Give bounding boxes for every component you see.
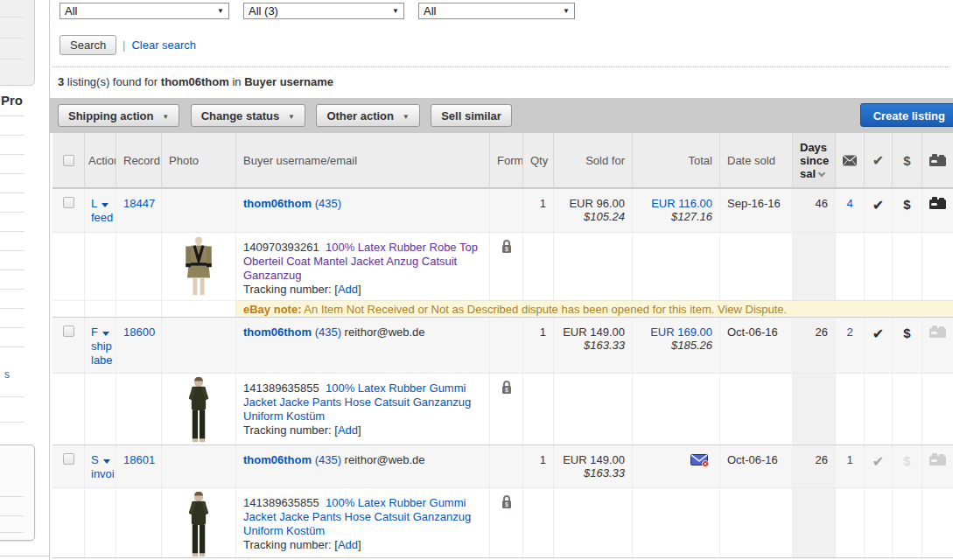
item-photo <box>162 233 236 300</box>
filter-dropdown-2[interactable]: All (3) ▼ <box>243 3 404 19</box>
action-dropdown[interactable]: L feed <box>85 189 116 232</box>
header-record: Record <box>116 133 162 188</box>
paid-status[interactable]: $ <box>893 189 922 232</box>
empty-cell <box>116 374 162 444</box>
buyer-username-link[interactable]: thom06thom <box>243 326 312 339</box>
sort-chevron-icon <box>818 169 825 176</box>
shipped-status[interactable] <box>922 189 953 232</box>
empty-cell <box>922 374 953 444</box>
record-number-link[interactable]: 18600 <box>116 318 162 373</box>
action-text: labe <box>91 354 116 368</box>
sell-similar-button[interactable]: Sell similar <box>431 104 512 127</box>
buyer-feedback-count[interactable]: (435) <box>315 326 341 339</box>
search-button[interactable]: Search <box>60 35 116 55</box>
lock-icon: $ <box>501 240 513 254</box>
ebay-note-text: An Item Not Received or Not as Described… <box>301 303 717 316</box>
results-found-text: listing(s) found for <box>67 75 158 88</box>
buyer-username-link[interactable]: thom06thom <box>243 453 312 466</box>
action-text: S <box>91 453 99 466</box>
sidebar-divider <box>0 116 24 116</box>
header-days-since-sale[interactable]: Days since sal <box>793 133 836 188</box>
action-dropdown[interactable]: F ship labe <box>85 318 116 373</box>
item-photo-robe <box>178 236 220 299</box>
paid-status[interactable]: $ <box>893 318 922 373</box>
row-checkbox[interactable] <box>63 197 74 208</box>
days-since-sale-cell: 26 <box>793 445 836 487</box>
row-checkbox[interactable] <box>63 326 74 337</box>
empty-cell <box>554 488 633 557</box>
emails-sent-link[interactable]: 2 <box>846 326 852 339</box>
empty-cell <box>554 374 633 444</box>
clear-search-link[interactable]: Clear search <box>131 38 196 52</box>
select-all-checkbox[interactable] <box>63 155 74 166</box>
empty-cell <box>720 488 793 557</box>
qty-cell: 1 <box>523 189 554 232</box>
paid-status[interactable]: $ <box>893 445 922 487</box>
total-eur-link[interactable]: EUR 169.00 <box>650 326 712 339</box>
sold-for-cell: EUR 96.00 $105.24 <box>554 189 633 232</box>
filter-dropdown-1[interactable]: All ▼ <box>60 3 229 19</box>
dollar-icon: $ <box>903 453 910 468</box>
tracking-add-link[interactable]: Add <box>338 424 358 437</box>
feedback-left-status[interactable]: ✔ <box>865 318 893 373</box>
total-cell: EUR 169.00 $185.26 <box>633 318 720 373</box>
row-checkbox[interactable] <box>63 453 74 465</box>
change-status-button[interactable]: Change status ▼ <box>191 104 305 127</box>
create-listing-button[interactable]: Create listing <box>860 103 953 127</box>
empty-cell <box>523 374 554 444</box>
chevron-down-icon: ▼ <box>563 7 570 15</box>
sidebar-divider <box>0 135 24 136</box>
listing-row-summary: S invoi 18601 thom06thom (435) reithor@w… <box>53 444 953 487</box>
header-sold-for: Sold for <box>554 133 633 188</box>
shipped-status[interactable] <box>922 318 953 373</box>
empty-cell <box>116 488 162 557</box>
lock-icon: $ <box>501 495 513 509</box>
feedback-left-status[interactable]: ✔ <box>865 189 893 232</box>
sidebar-divider <box>0 270 24 270</box>
total-eur-link[interactable]: EUR 116.00 <box>651 197 712 210</box>
buyer-cell: thom06thom (435) reithor@web.de <box>236 445 490 487</box>
tracking-label: Tracking number: [ <box>243 538 338 551</box>
date-sold-cell: Oct-06-16 <box>720 318 793 373</box>
emails-sent-link[interactable]: 1 <box>846 453 852 466</box>
days-since-sale-cell: 26 <box>793 318 836 373</box>
record-number-link[interactable]: 18447 <box>116 189 162 232</box>
emails-sent-link[interactable]: 4 <box>846 197 852 210</box>
record-number-link[interactable]: 18601 <box>116 445 162 487</box>
empty-cell <box>85 233 116 300</box>
other-action-label: Other action <box>326 109 394 122</box>
svg-text:$: $ <box>505 387 508 394</box>
header-paid[interactable]: $ <box>893 133 922 188</box>
action-dropdown[interactable]: S invoi <box>85 445 116 487</box>
view-dispute-link[interactable]: View Dispute. <box>718 303 787 316</box>
tracking-add-link[interactable]: Add <box>338 538 358 551</box>
empty-cell <box>53 374 85 444</box>
buyer-email: reithor@web.de <box>345 453 425 466</box>
header-emails-sent[interactable] <box>836 133 865 188</box>
tracking-add-link[interactable]: Add <box>338 283 358 296</box>
filter-dropdown-3[interactable]: All ▼ <box>418 3 575 19</box>
buyer-feedback-count[interactable]: (435) <box>315 453 341 466</box>
package-box-icon <box>929 326 946 338</box>
item-number: 141389635855 <box>243 496 319 509</box>
buyer-username-link[interactable]: thom06thom <box>243 197 312 210</box>
payment-reminder-envelope-icon <box>690 453 710 467</box>
action-text: invoi <box>91 467 116 481</box>
empty-cell <box>893 374 922 444</box>
header-shipped[interactable] <box>922 133 953 188</box>
shipped-status[interactable] <box>922 445 953 487</box>
empty-cell <box>523 233 554 300</box>
emails-sent-cell: 4 <box>836 189 865 232</box>
empty-cell <box>633 233 720 300</box>
tracking-bracket: ] <box>358 424 361 437</box>
other-action-button[interactable]: Other action ▼ <box>316 104 419 127</box>
empty-cell <box>53 233 85 300</box>
sidebar-divider <box>0 289 24 290</box>
buyer-feedback-count[interactable]: (435) <box>315 197 341 210</box>
shipping-action-button[interactable]: Shipping action ▼ <box>58 104 179 127</box>
feedback-left-status[interactable]: ✔ <box>865 445 893 487</box>
header-feedback-left[interactable]: ✔ <box>865 133 893 188</box>
separator-pipe: | <box>123 38 125 52</box>
photo-cell-empty <box>162 318 236 373</box>
empty-cell <box>893 233 922 300</box>
